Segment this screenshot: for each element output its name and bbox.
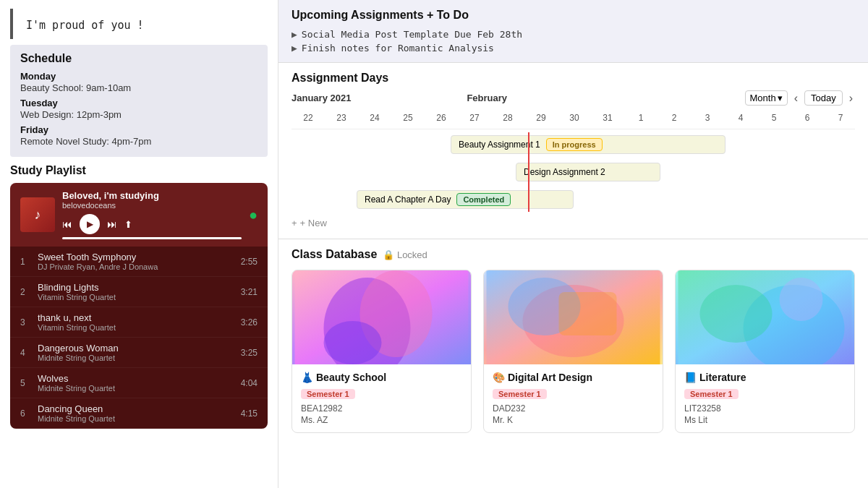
next-month-button[interactable]: ›: [847, 92, 855, 105]
calendar-day: 3: [691, 113, 724, 123]
next-button[interactable]: ⏭: [107, 218, 117, 230]
lock-label: 🔒 Locked: [383, 249, 427, 260]
calendar-day: 26: [425, 113, 458, 123]
svg-point-3: [324, 321, 382, 364]
left-panel: I'm proud of you ! Schedule Monday Beaut…: [0, 0, 278, 488]
track-name: Dangerous Woman: [38, 343, 235, 354]
calendar-day: 23: [325, 113, 358, 123]
schedule-section: Schedule Monday Beauty School: 9am-10am …: [10, 45, 268, 157]
calendar-section: Assignment Days January 2021 February Mo…: [278, 63, 868, 239]
class-card-beauty[interactable]: 👗 Beauty School Semester 1 BEA12982 Ms. …: [292, 270, 472, 433]
class-db-section: Class Database 🔒 Locked: [278, 239, 868, 488]
class-name-design: 🎨 Digital Art Design: [493, 372, 654, 383]
prev-button[interactable]: ⏮: [62, 218, 72, 230]
today-button[interactable]: Today: [804, 90, 843, 106]
play-controls: ⏮ ▶ ⏭ ⬆: [62, 214, 242, 234]
calendar-day: 28: [491, 113, 524, 123]
playlist-item[interactable]: 5 Wolves Midnite String Quartet 4:04: [10, 368, 268, 398]
quote-text: I'm proud of you !: [26, 19, 144, 32]
month-select[interactable]: Month ▾: [745, 90, 788, 106]
schedule-day-1: Monday Beauty School: 9am-10am: [20, 71, 258, 93]
today-line: [528, 132, 529, 212]
semester-badge-beauty: Semester 1: [301, 389, 355, 399]
spotify-player: ♪ Beloved, i'm studying belovedoceans ⏮ …: [10, 183, 268, 247]
calendar-days-row: 2223242526272829303112345678910: [292, 110, 855, 129]
lit-art-image: [676, 270, 854, 364]
gantt-row-beauty: Beauty Assignment 1 In progress: [292, 132, 855, 157]
class-card-body-beauty: 👗 Beauty School Semester 1 BEA12982 Ms. …: [292, 364, 471, 432]
track-info: Dangerous Woman Midnite String Quartet: [38, 343, 235, 362]
track-duration: 3:25: [241, 348, 258, 358]
track-artist: Midnite String Quartet: [38, 354, 235, 362]
now-playing-title: Beloved, i'm studying: [62, 190, 242, 201]
reading-bar: Read A Chapter A Day Completed: [357, 190, 574, 209]
class-teacher-lit: Ms Lit: [684, 415, 846, 425]
gantt-row-reading: Read A Chapter A Day Completed: [292, 187, 855, 212]
track-info: Wolves Midnite String Quartet: [38, 373, 235, 393]
class-card-body-lit: 📘 Literature Semester 1 LIT23258 Ms Lit: [676, 364, 854, 432]
playlist-section: Study Playlist ♪ Beloved, i'm studying b…: [10, 164, 268, 429]
calendar-day: 29: [524, 113, 558, 123]
class-card-body-design: 🎨 Digital Art Design Semester 1 DAD232 M…: [484, 364, 663, 432]
playlist-item[interactable]: 6 Dancing Queen Midnite String Quartet 4…: [10, 398, 268, 429]
track-name: thank u, next: [38, 312, 235, 323]
track-name: Dancing Queen: [38, 403, 235, 414]
calendar-day: 30: [558, 113, 591, 123]
semester-badge-design: Semester 1: [493, 389, 547, 399]
plus-icon: +: [292, 218, 297, 228]
class-cards: 👗 Beauty School Semester 1 BEA12982 Ms. …: [292, 270, 855, 433]
schedule-day-3: Friday Remote Novel Study: 4pm-7pm: [20, 124, 258, 147]
right-panel: Upcoming Assignments + To Do ▶ Social Me…: [278, 0, 868, 488]
bullet-1: ▶: [292, 29, 297, 40]
track-num: 5: [20, 378, 33, 388]
track-artist: Midnite String Quartet: [38, 414, 235, 423]
track-info: thank u, next Vitamin String Quartet: [38, 312, 235, 332]
design-art-image: [484, 270, 663, 364]
track-artist: Vitamin String Quartet: [38, 293, 235, 301]
track-duration: 2:55: [241, 257, 258, 267]
design-bar: Design Assignment 2: [516, 163, 660, 181]
track-artist: Midnite String Quartet: [38, 384, 235, 393]
playlist-item[interactable]: 3 thank u, next Vitamin String Quartet 3…: [10, 307, 268, 338]
track-num: 3: [20, 317, 33, 328]
motivational-quote: I'm proud of you !: [10, 9, 268, 39]
class-card-lit[interactable]: 📘 Literature Semester 1 LIT23258 Ms Lit: [675, 270, 855, 433]
playlist-item[interactable]: 1 Sweet Tooth Symphony DJ Private Ryan, …: [10, 247, 268, 277]
playlist-title: Study Playlist: [10, 164, 268, 177]
schedule-day-2: Tuesday Web Design: 12pm-3pm: [20, 98, 258, 120]
svg-point-10: [700, 285, 773, 343]
playlist-list: 1 Sweet Tooth Symphony DJ Private Ryan, …: [10, 247, 268, 429]
track-num: 4: [20, 348, 33, 358]
track-duration: 4:15: [241, 408, 258, 419]
track-name: Wolves: [38, 373, 235, 384]
play-info: Beloved, i'm studying belovedoceans ⏮ ▶ …: [62, 190, 242, 239]
track-num: 6: [20, 408, 33, 419]
calendar-day: 27: [458, 113, 491, 123]
share-icon[interactable]: ⬆: [124, 219, 132, 230]
calendar-day: 7: [824, 113, 855, 123]
calendar-day: 5: [757, 113, 791, 123]
calendar-day: 25: [391, 113, 425, 123]
playlist-item[interactable]: 2 Blinding Lights Vitamin String Quartet…: [10, 277, 268, 307]
class-card-design[interactable]: 🎨 Digital Art Design Semester 1 DAD232 M…: [483, 270, 663, 433]
gantt-row-design: Design Assignment 2: [292, 160, 855, 184]
track-name: Blinding Lights: [38, 282, 235, 293]
playlist-item[interactable]: 4 Dangerous Woman Midnite String Quartet…: [10, 338, 268, 368]
new-assignment-button[interactable]: + + New: [292, 215, 855, 231]
class-db-header: Class Database 🔒 Locked: [292, 248, 855, 261]
calendar-day: 22: [292, 113, 325, 123]
cal-controls: Month ▾ ‹ Today ›: [745, 90, 856, 106]
play-button[interactable]: ▶: [80, 214, 100, 234]
album-art: ♪: [20, 197, 55, 232]
calendar-day: 6: [791, 113, 824, 123]
track-info: Sweet Tooth Symphony DJ Private Ryan, An…: [38, 252, 235, 271]
track-artist: Vitamin String Quartet: [38, 323, 235, 332]
class-code-design: DAD232: [493, 403, 654, 414]
gantt-rows: Beauty Assignment 1 In progress Design A…: [292, 132, 855, 212]
beauty-bar: Beauty Assignment 1 In progress: [451, 135, 726, 154]
chevron-down-icon: ▾: [778, 93, 783, 103]
svg-rect-7: [559, 292, 617, 335]
prev-month-button[interactable]: ‹: [792, 92, 800, 105]
track-num: 2: [20, 287, 33, 297]
track-info: Blinding Lights Vitamin String Quartet: [38, 282, 235, 301]
